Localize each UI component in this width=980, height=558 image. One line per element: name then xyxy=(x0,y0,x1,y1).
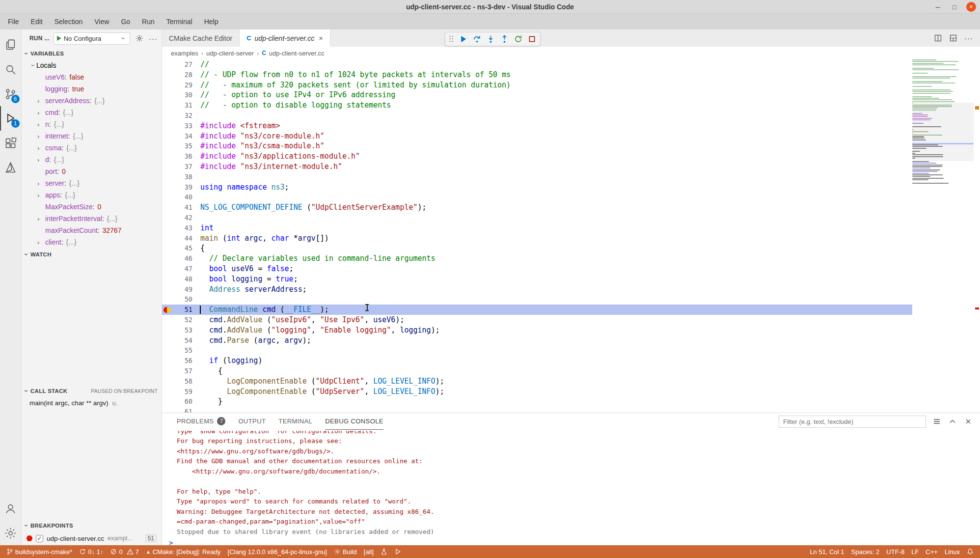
breakpoints-header[interactable]: › BREAKPOINTS xyxy=(22,519,162,531)
variable-row-apps[interactable]: ›apps:{...} xyxy=(22,189,162,201)
activity-search[interactable] xyxy=(0,57,22,82)
glyph-margin[interactable] xyxy=(162,396,176,407)
glyph-margin[interactable] xyxy=(162,100,176,111)
variable-row-csma[interactable]: ›csma:{...} xyxy=(22,142,162,154)
glyph-margin[interactable] xyxy=(162,345,176,356)
activity-cmake[interactable] xyxy=(0,155,22,180)
code-line-45[interactable]: 45{ xyxy=(162,243,912,253)
menu-view[interactable]: View xyxy=(88,14,115,29)
line-text[interactable] xyxy=(192,172,200,182)
code-line-29[interactable]: 29// - maximum of 320 packets sent (or l… xyxy=(162,80,912,90)
language-indicator[interactable]: C++ xyxy=(922,545,941,558)
build-target[interactable]: [all] xyxy=(360,545,377,558)
variable-row-client[interactable]: ›client:{...} xyxy=(22,236,162,248)
editor-tab-udp-client-server-cc[interactable]: Cudp-client-server.cc× xyxy=(240,29,330,47)
glyph-margin[interactable] xyxy=(162,243,176,253)
variable-row-maxPacketCount[interactable]: maxPacketCount:32767 xyxy=(22,224,162,236)
line-text[interactable]: LogComponentEnable ("UdpServer", LOG_LEV… xyxy=(192,387,444,397)
minimap-slider[interactable] xyxy=(912,103,974,161)
editor-tab-cmake-cache-editor[interactable]: CMake Cache Editor xyxy=(162,29,240,47)
debug-console-output[interactable]: Type "show configuration" for configurat… xyxy=(162,430,980,545)
glyph-margin[interactable] xyxy=(162,111,176,121)
menu-terminal[interactable]: Terminal xyxy=(161,14,198,29)
step-out-button[interactable] xyxy=(498,33,511,45)
code-line-46[interactable]: 46 // Declare variables used in command-… xyxy=(162,253,912,264)
activity-extensions[interactable] xyxy=(0,131,22,155)
line-text[interactable] xyxy=(192,111,200,121)
line-text[interactable]: // - option to use IPv4 or IPv6 addressi… xyxy=(192,90,395,100)
line-text[interactable]: #include "ns3/applications-module.h" xyxy=(192,151,360,162)
code-line-61[interactable]: 61 xyxy=(162,407,912,413)
glyph-margin[interactable] xyxy=(162,335,176,346)
variables-header[interactable]: › VARIABLES xyxy=(22,47,162,59)
line-text[interactable] xyxy=(192,213,200,223)
line-text[interactable]: if (logging) xyxy=(192,356,262,366)
glyph-margin[interactable] xyxy=(162,182,176,193)
console-filter-input[interactable] xyxy=(779,416,926,428)
line-text[interactable] xyxy=(192,192,200,202)
line-text[interactable]: // xyxy=(192,59,209,70)
line-text[interactable]: using namespace ns3; xyxy=(192,182,289,193)
scope-locals[interactable]: › Locals xyxy=(22,59,162,71)
code-line-50[interactable]: 50 xyxy=(162,294,912,305)
panel-tab-terminal[interactable]: TERMINAL xyxy=(278,413,312,430)
line-text[interactable]: #include <fstream> xyxy=(192,121,280,131)
code-line-31[interactable]: 31// - option to disable logging stateme… xyxy=(162,100,912,111)
code-line-38[interactable]: 38 xyxy=(162,172,912,182)
menu-go[interactable]: Go xyxy=(115,14,136,29)
glyph-margin[interactable] xyxy=(162,315,176,325)
step-into-button[interactable] xyxy=(484,33,497,45)
variable-row-MaxPacketSize[interactable]: MaxPacketSize:0 xyxy=(22,201,162,213)
glyph-margin[interactable] xyxy=(162,162,176,172)
line-text[interactable]: cmd.AddValue ("useIpv6", "Use Ipv6", use… xyxy=(192,315,404,325)
line-text[interactable]: cmd.Parse (argc, argv); xyxy=(192,335,311,346)
sync-status[interactable]: 0↓ 1↑ xyxy=(76,545,107,558)
variable-row-internet[interactable]: ›internet:{...} xyxy=(22,130,162,142)
code-line-49[interactable]: 49 Address serverAddress; xyxy=(162,284,912,295)
minimap[interactable] xyxy=(912,59,974,413)
code-line-35[interactable]: 35#include "ns3/csma-module.h" xyxy=(162,141,912,151)
glyph-margin[interactable] xyxy=(162,284,176,295)
code-line-32[interactable]: 32 xyxy=(162,111,912,121)
minimize-button[interactable]: ─ xyxy=(933,2,943,12)
glyph-margin[interactable] xyxy=(162,59,176,70)
activity-explorer[interactable] xyxy=(0,32,22,57)
code-line-60[interactable]: 60 } xyxy=(162,396,912,407)
code-line-28[interactable]: 28// - UDP flow from n0 to n1 of 1024 by… xyxy=(162,70,912,80)
activity-run-debug[interactable]: 1 xyxy=(0,106,22,131)
editor-layout-icon[interactable] xyxy=(949,34,957,42)
menu-edit[interactable]: Edit xyxy=(25,14,49,29)
scm-status[interactable]: buildsystem-cmake* xyxy=(3,545,76,558)
line-text[interactable]: #include "ns3/csma-module.h" xyxy=(192,141,325,151)
variable-row-port[interactable]: port:0 xyxy=(22,166,162,177)
line-text[interactable]: Address serverAddress; xyxy=(192,284,307,295)
code-line-40[interactable]: 40 xyxy=(162,192,912,202)
step-over-button[interactable] xyxy=(470,33,483,45)
glyph-margin[interactable] xyxy=(162,90,176,100)
activity-source-control[interactable]: 6 xyxy=(0,82,22,106)
variable-row-logging[interactable]: logging:true xyxy=(22,83,162,95)
stop-button[interactable] xyxy=(525,33,538,45)
eol-indicator[interactable]: LF xyxy=(908,545,922,558)
code-line-42[interactable]: 42 xyxy=(162,213,912,223)
variable-row-serverAddress[interactable]: ›serverAddress:{...} xyxy=(22,95,162,107)
continue-button[interactable] xyxy=(457,33,469,45)
code-line-53[interactable]: 53 cmd.AddValue ("logging", "Enable logg… xyxy=(162,325,912,335)
glyph-margin[interactable] xyxy=(162,151,176,162)
notifications-button[interactable] xyxy=(963,545,977,558)
glyph-margin[interactable] xyxy=(162,213,176,223)
code-line-52[interactable]: 52 cmd.AddValue ("useIpv6", "Use Ipv6", … xyxy=(162,315,912,325)
line-text[interactable] xyxy=(192,294,200,305)
glyph-margin[interactable] xyxy=(162,192,176,202)
glyph-margin[interactable] xyxy=(162,80,176,90)
split-editor-icon[interactable] xyxy=(934,34,942,42)
code-line-51[interactable]: 51 CommandLine cmd (__FILE__); xyxy=(162,305,912,315)
menu-run[interactable]: Run xyxy=(136,14,161,29)
breakpoint-execution-indicator[interactable] xyxy=(162,305,176,315)
variable-row-interPacketInterval[interactable]: ›interPacketInterval:{...} xyxy=(22,213,162,224)
code-line-34[interactable]: 34#include "ns3/core-module.h" xyxy=(162,131,912,141)
glyph-margin[interactable] xyxy=(162,407,176,413)
code-line-56[interactable]: 56 if (logging) xyxy=(162,356,912,366)
code-line-30[interactable]: 30// - option to use IPv4 or IPv6 addres… xyxy=(162,90,912,100)
line-text[interactable]: { xyxy=(192,243,205,253)
